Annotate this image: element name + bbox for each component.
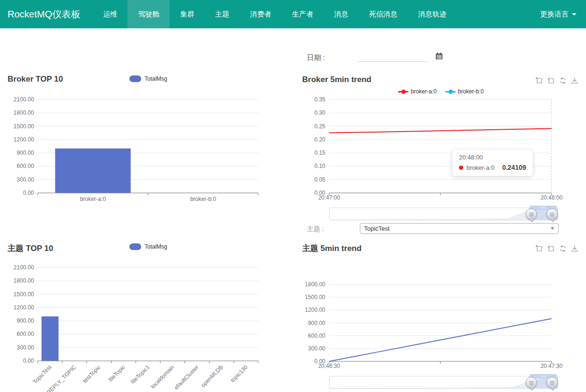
broker-trend-title: Broker 5min trend bbox=[302, 75, 371, 84]
topic-select[interactable]: TopicTest bbox=[360, 223, 559, 234]
topic-top10-chart[interactable]: 0.00300.00600.00900.001200.001500.001800… bbox=[0, 259, 264, 392]
svg-text:efaultCluster: efaultCluster bbox=[173, 364, 200, 391]
topic-trend-chart[interactable]: 0.00300.00600.00900.001200.001500.001800… bbox=[302, 276, 586, 373]
topic-select-value: TopicTest bbox=[364, 225, 390, 232]
svg-text:0.00: 0.00 bbox=[23, 190, 34, 196]
legend-label-totalmsg2: TotalMsg bbox=[144, 243, 167, 250]
svg-text:20:47:30: 20:47:30 bbox=[541, 363, 563, 369]
legend-swatch-totalmsg bbox=[129, 75, 141, 82]
broker-trend-toolbox bbox=[535, 77, 578, 84]
svg-text:1800.00: 1800.00 bbox=[14, 109, 34, 116]
chevron-down-icon bbox=[551, 227, 554, 230]
download-icon[interactable] bbox=[571, 245, 578, 252]
refresh-icon[interactable] bbox=[559, 77, 567, 84]
svg-text:localdomain: localdomain bbox=[149, 364, 175, 390]
topic-top10-legend[interactable]: TotalMsg bbox=[129, 243, 167, 250]
svg-text:1200.00: 1200.00 bbox=[14, 304, 34, 311]
zoom-back-icon[interactable] bbox=[547, 245, 555, 252]
svg-text:1200.00: 1200.00 bbox=[305, 307, 326, 313]
datazoom-left-handle[interactable] bbox=[526, 209, 537, 220]
legend-label-broker-a: broker-a:0 bbox=[411, 88, 437, 95]
broker-trend-legend: broker-a:0 broker-b:0 bbox=[398, 88, 484, 95]
svg-text:1800.00: 1800.00 bbox=[305, 281, 326, 288]
svg-text:0.35: 0.35 bbox=[314, 96, 326, 103]
svg-text:fileTopic: fileTopic bbox=[107, 364, 127, 383]
nav-tab-topic[interactable]: 主题 bbox=[204, 0, 239, 28]
svg-text:broker-a:0: broker-a:0 bbox=[80, 196, 106, 202]
chevron-down-icon bbox=[572, 13, 577, 16]
svg-text:600.00: 600.00 bbox=[17, 163, 34, 169]
svg-text:1500.00: 1500.00 bbox=[14, 291, 34, 298]
topic-top10-title: 主题 TOP 10 bbox=[8, 243, 53, 254]
calendar-icon[interactable] bbox=[435, 52, 443, 60]
svg-text:20:48:00: 20:48:00 bbox=[541, 194, 563, 201]
refresh-icon[interactable] bbox=[559, 245, 567, 252]
svg-text:300.00: 300.00 bbox=[17, 176, 34, 183]
svg-text:broker-b:0: broker-b:0 bbox=[190, 196, 216, 202]
nav-tab-dlq-message[interactable]: 死信消息 bbox=[358, 0, 408, 28]
svg-text:300.00: 300.00 bbox=[17, 344, 34, 351]
topic-filter-label: 主题 : bbox=[307, 225, 324, 234]
svg-text:0.25: 0.25 bbox=[314, 123, 326, 130]
svg-text:600.00: 600.00 bbox=[17, 331, 34, 337]
tooltip-series-dot bbox=[459, 166, 463, 170]
broker-trend-chart[interactable]: 0.000.050.100.150.200.250.300.3520:47:00… bbox=[302, 94, 586, 205]
svg-text:1200.00: 1200.00 bbox=[14, 136, 34, 143]
svg-text:900.00: 900.00 bbox=[308, 320, 325, 326]
svg-text:900.00: 900.00 bbox=[17, 150, 34, 156]
svg-text:0.15: 0.15 bbox=[314, 150, 326, 156]
datazoom-shadow bbox=[330, 376, 558, 388]
legend-marker-broker-b bbox=[445, 91, 456, 92]
language-menu-label: 更换语言 bbox=[540, 0, 569, 28]
download-icon[interactable] bbox=[571, 77, 578, 84]
datazoom-slider-broker[interactable] bbox=[329, 208, 558, 220]
datazoom-slider-topic[interactable] bbox=[329, 376, 558, 389]
svg-text:2100.00: 2100.00 bbox=[14, 264, 34, 271]
svg-text:openMLDB: openMLDB bbox=[200, 364, 224, 388]
nav-tab-cluster[interactable]: 集群 bbox=[170, 0, 204, 28]
svg-text:900.00: 900.00 bbox=[17, 317, 34, 324]
nav-tab-consumer[interactable]: 消费者 bbox=[239, 0, 281, 28]
zoom-back-icon[interactable] bbox=[547, 77, 555, 84]
svg-text:TopicTest: TopicTest bbox=[32, 364, 53, 385]
svg-text:fileTopic1: fileTopic1 bbox=[129, 364, 151, 385]
tooltip-time: 20:48:00 bbox=[459, 154, 526, 161]
datazoom-shadow bbox=[330, 208, 558, 220]
date-filter-label: 日期 : bbox=[307, 53, 325, 62]
nav-tab-producer[interactable]: 生产者 bbox=[281, 0, 323, 28]
tooltip-value: 0.24109 bbox=[502, 164, 526, 171]
datazoom-left-handle[interactable] bbox=[526, 377, 537, 388]
svg-text:2100.00: 2100.00 bbox=[14, 96, 34, 103]
legend-item-broker-b[interactable]: broker-b:0 bbox=[445, 88, 484, 95]
svg-text:testTopic: testTopic bbox=[81, 364, 102, 384]
navbar: RocketMQ仪表板 运维 驾驶舱 集群 主题 消费者 生产者 消息 死信消息… bbox=[0, 0, 586, 28]
broker-top10-chart[interactable]: 0.00300.00600.00900.001200.001500.001800… bbox=[0, 92, 264, 210]
chart-tooltip: 20:48:00 broker-a:0 0.24109 bbox=[452, 150, 533, 176]
broker-top10-legend[interactable]: TotalMsg bbox=[129, 75, 167, 82]
legend-item-broker-a[interactable]: broker-a:0 bbox=[398, 88, 437, 95]
svg-text:300.00: 300.00 bbox=[308, 345, 325, 352]
legend-label-totalmsg: TotalMsg bbox=[144, 75, 167, 82]
app-title: RocketMQ仪表板 bbox=[0, 0, 93, 28]
legend-swatch-totalmsg2 bbox=[129, 243, 141, 250]
svg-text:1500.00: 1500.00 bbox=[305, 294, 326, 300]
nav-tab-dashboard[interactable]: 驾驶舱 bbox=[127, 0, 170, 28]
svg-text:20:46:30: 20:46:30 bbox=[318, 363, 340, 369]
datazoom-right-handle[interactable] bbox=[546, 209, 558, 220]
svg-text:0.05: 0.05 bbox=[314, 176, 326, 183]
date-input[interactable] bbox=[358, 52, 427, 62]
zoom-window-icon[interactable] bbox=[535, 77, 543, 84]
language-menu[interactable]: 更换语言 bbox=[531, 0, 586, 28]
legend-marker-broker-a bbox=[398, 91, 408, 92]
svg-text:1800.00: 1800.00 bbox=[14, 277, 34, 284]
nav-tab-ops[interactable]: 运维 bbox=[93, 0, 127, 28]
nav-tab-message[interactable]: 消息 bbox=[323, 0, 358, 28]
svg-text:20:47:00: 20:47:00 bbox=[318, 194, 340, 201]
zoom-window-icon[interactable] bbox=[535, 245, 543, 252]
topic-trend-toolbox bbox=[535, 245, 578, 252]
svg-text:0.10: 0.10 bbox=[314, 163, 326, 169]
nav-tab-message-trace[interactable]: 消息轨迹 bbox=[408, 0, 457, 28]
datazoom-right-handle[interactable] bbox=[546, 377, 558, 388]
svg-text:1500.00: 1500.00 bbox=[14, 123, 34, 130]
svg-text:600.00: 600.00 bbox=[308, 333, 325, 339]
